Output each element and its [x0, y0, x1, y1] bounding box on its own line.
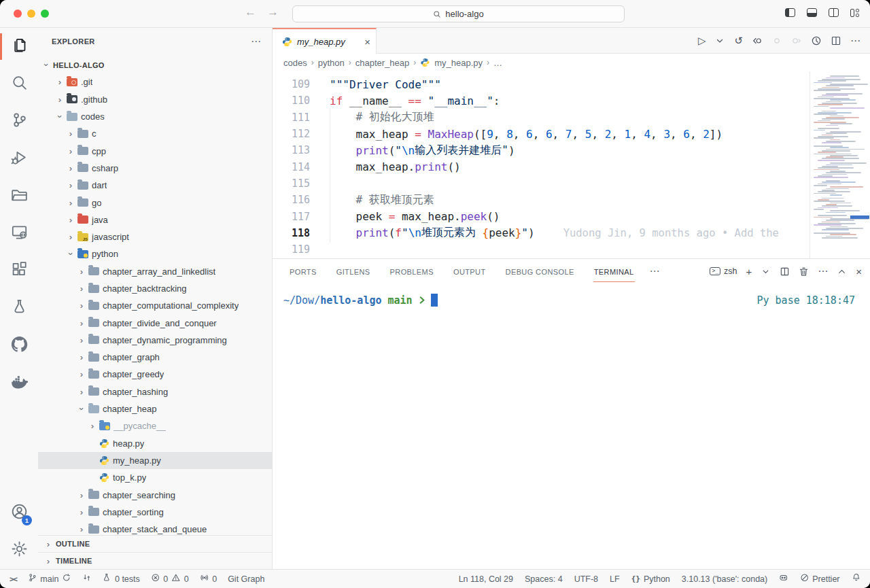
- code-line-111[interactable]: 111 # 初始化大顶堆: [273, 109, 870, 126]
- panel-tab-problems[interactable]: PROBLEMS: [389, 261, 434, 282]
- panel-tab-gitlens[interactable]: GITLENS: [336, 261, 371, 282]
- chevron-right-icon[interactable]: ›: [76, 387, 87, 396]
- status-indentation[interactable]: Spaces: 4: [525, 574, 563, 584]
- status-problems[interactable]: 00: [151, 573, 189, 585]
- close-tab-icon[interactable]: ×: [364, 36, 370, 48]
- tree-item-chapter-divide-and-conquer[interactable]: ›chapter_divide_and_conquer: [38, 314, 272, 331]
- chevron-right-icon[interactable]: ›: [76, 508, 87, 517]
- activity-item-docker[interactable]: [0, 364, 38, 402]
- explorer-more-icon[interactable]: ⋯: [251, 35, 261, 48]
- tree-item--pycache-[interactable]: ›__pycache__: [38, 417, 272, 434]
- breadcrumb-item[interactable]: my_heap.py: [434, 58, 483, 68]
- code-line-118[interactable]: 118 print(f"\n堆顶元素为 {peek}")Yudong Jin, …: [273, 225, 870, 241]
- customize-layout-icon[interactable]: [850, 8, 860, 17]
- tree-item-javascript[interactable]: ›javascript: [38, 228, 272, 245]
- tree-item-python[interactable]: ›python: [38, 245, 272, 262]
- chevron-right-icon[interactable]: ›: [65, 181, 76, 190]
- shell-selector[interactable]: >_zsh: [710, 266, 737, 276]
- terminal-dropdown-icon[interactable]: [761, 266, 771, 277]
- maximize-panel-icon[interactable]: [837, 266, 847, 277]
- status-cursor-position[interactable]: Ln 118, Col 29: [459, 574, 513, 584]
- chevron-right-icon[interactable]: ›: [76, 319, 87, 328]
- run-dropdown-icon[interactable]: [714, 35, 725, 46]
- chevron-right-icon[interactable]: ›: [76, 284, 87, 293]
- breadcrumb-item[interactable]: chapter_heap: [355, 58, 410, 68]
- chevron-right-icon[interactable]: ›: [76, 370, 87, 379]
- forward-icon[interactable]: →: [267, 5, 279, 19]
- status-notifications[interactable]: [852, 573, 861, 585]
- toggle-panel-icon[interactable]: [807, 8, 817, 17]
- code-line-117[interactable]: 117 peek = max_heap.peek(): [273, 208, 870, 224]
- zoom-window-button[interactable]: [41, 10, 49, 18]
- status-copilot[interactable]: [779, 573, 788, 585]
- tree-item-codes[interactable]: ›codes: [38, 108, 272, 125]
- chevron-right-icon[interactable]: ›: [76, 525, 87, 534]
- sidebar-section-timeline[interactable]: ›TIMELINE: [38, 552, 272, 569]
- chevron-right-icon[interactable]: ›: [76, 301, 87, 310]
- chevron-down-icon[interactable]: ›: [42, 60, 51, 71]
- status-language-mode[interactable]: {}Python: [631, 574, 670, 584]
- breadcrumb-item[interactable]: python: [318, 58, 345, 68]
- open-changes-icon[interactable]: [752, 35, 763, 46]
- kill-terminal-icon[interactable]: [799, 266, 809, 277]
- status-prettier[interactable]: Prettier: [800, 573, 840, 585]
- tree-item-chapter-backtracking[interactable]: ›chapter_backtracking: [38, 280, 272, 297]
- activity-item-accounts[interactable]: 1: [0, 494, 38, 532]
- activity-item-github[interactable]: [0, 327, 38, 364]
- chevron-right-icon[interactable]: ›: [76, 336, 87, 345]
- toggle-secondary-sidebar-icon[interactable]: [829, 8, 839, 17]
- tree-item-chapter-computational-complexity[interactable]: ›chapter_computational_complexity: [38, 297, 272, 314]
- tree-item-chapter-sorting[interactable]: ›chapter_sorting: [38, 504, 272, 521]
- tree-item-c[interactable]: ›c: [38, 125, 272, 142]
- back-icon[interactable]: ←: [245, 5, 256, 19]
- chevron-right-icon[interactable]: ›: [65, 232, 76, 241]
- breadcrumb-item[interactable]: codes: [283, 58, 307, 68]
- chevron-right-icon[interactable]: ›: [54, 95, 65, 104]
- panel-more-icon[interactable]: ⋯: [818, 265, 828, 277]
- split-editor-icon[interactable]: [831, 35, 841, 46]
- activity-item-settings[interactable]: [0, 532, 38, 569]
- previous-change-icon[interactable]: [771, 35, 782, 46]
- tree-item-java[interactable]: ›java: [38, 211, 272, 228]
- editor-more-icon[interactable]: ⋯: [850, 35, 860, 47]
- chevron-down-icon[interactable]: ›: [56, 111, 65, 122]
- tree-item-go[interactable]: ›go: [38, 194, 272, 211]
- code-line-119[interactable]: 119: [273, 241, 870, 258]
- chevron-down-icon[interactable]: ›: [77, 404, 86, 415]
- tree-item-my-heap-py[interactable]: ›my_heap.py: [38, 452, 272, 469]
- activity-item-search[interactable]: [0, 65, 38, 103]
- tree-item-chapter-array-and-linkedlist[interactable]: ›chapter_array_and_linkedlist: [38, 263, 272, 280]
- next-change-icon[interactable]: [791, 35, 802, 46]
- status-encoding[interactable]: UTF-8: [574, 574, 598, 584]
- code-line-115[interactable]: 115: [273, 175, 870, 192]
- code-line-112[interactable]: 112 max_heap = MaxHeap([9, 8, 6, 6, 7, 5…: [273, 126, 870, 142]
- chevron-right-icon[interactable]: ›: [65, 129, 76, 138]
- chevron-right-icon[interactable]: ›: [65, 147, 76, 156]
- tree-item-chapter-stack-and-queue[interactable]: ›chapter_stack_and_queue: [38, 521, 272, 535]
- chevron-right-icon[interactable]: ›: [76, 491, 87, 500]
- split-terminal-icon[interactable]: [780, 266, 790, 277]
- code-line-114[interactable]: 114 max_heap.print(): [273, 158, 870, 175]
- activity-item-folder-explorer[interactable]: [0, 177, 38, 215]
- new-terminal-icon[interactable]: +: [746, 266, 752, 277]
- toggle-sidebar-icon[interactable]: [785, 8, 795, 17]
- status-git-graph[interactable]: Git Graph: [228, 574, 264, 584]
- tree-item--git[interactable]: ›.git: [38, 73, 272, 90]
- tree-item-chapter-greedy[interactable]: ›chapter_greedy: [38, 366, 272, 383]
- tree-item-cpp[interactable]: ›cpp: [38, 142, 272, 159]
- tab-my-heap[interactable]: my_heap.py ×: [273, 28, 377, 54]
- tree-item-chapter-heap[interactable]: ›chapter_heap: [38, 400, 272, 417]
- tree-item-csharp[interactable]: ›csharp: [38, 160, 272, 177]
- tree-item-hello-algo[interactable]: ›HELLO-ALGO: [38, 56, 272, 73]
- file-history-icon[interactable]: ↺: [734, 35, 743, 47]
- code-line-113[interactable]: 113 print("\n输入列表并建堆后"): [273, 142, 870, 158]
- tree-item-chapter-searching[interactable]: ›chapter_searching: [38, 486, 272, 503]
- panel-tabs-more-icon[interactable]: ⋯: [650, 265, 660, 277]
- command-center-search[interactable]: hello-algo: [292, 5, 625, 22]
- activity-item-run-debug[interactable]: [0, 140, 38, 177]
- tree-item-dart[interactable]: ›dart: [38, 177, 272, 194]
- chevron-right-icon[interactable]: ›: [76, 353, 87, 362]
- tree-item-chapter-hashing[interactable]: ›chapter_hashing: [38, 383, 272, 400]
- close-window-button[interactable]: [14, 10, 22, 18]
- chevron-down-icon[interactable]: ›: [67, 249, 75, 260]
